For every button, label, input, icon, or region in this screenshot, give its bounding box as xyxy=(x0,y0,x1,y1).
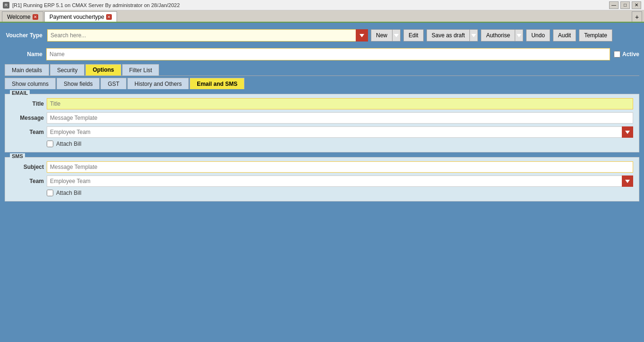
sms-attach-bill-label: Attach Bill xyxy=(56,190,81,196)
sms-subject-row: Subject xyxy=(11,161,633,173)
dropdown-arrow-icon xyxy=(360,34,364,37)
authorise-button[interactable]: Authorise xyxy=(481,29,515,42)
sub-tab-filter-list[interactable]: Filter List xyxy=(122,64,159,75)
save-draft-dropdown-arrow[interactable] xyxy=(469,29,478,42)
sms-team-input[interactable] xyxy=(47,175,633,187)
email-title-row: Title xyxy=(11,98,633,109)
tab-payment-vouchertype[interactable]: Payment vouchertype ✕ xyxy=(44,11,117,22)
email-message-input[interactable] xyxy=(47,112,633,124)
email-team-wrapper xyxy=(47,126,633,138)
second-tab-email-sms-label: Email and SMS xyxy=(197,81,237,87)
name-input[interactable] xyxy=(46,48,610,60)
sms-section: SMS Subject Team Attach Bill xyxy=(5,157,639,201)
toolbar: Voucher Type New Edit Save as draft Auth… xyxy=(5,27,639,43)
save-arrow-icon xyxy=(471,34,476,37)
main-area: Voucher Type New Edit Save as draft Auth… xyxy=(0,23,644,342)
tab-bar: Welcome ✕ Payment vouchertype ✕ + xyxy=(0,10,644,23)
authorise-arrow-icon xyxy=(517,34,521,37)
sms-attach-bill-checkbox[interactable] xyxy=(47,190,53,196)
second-tab-gst-label: GST xyxy=(108,81,119,87)
sms-team-wrapper xyxy=(47,175,633,187)
sms-team-dropdown[interactable] xyxy=(622,175,633,187)
voucher-type-dropdown-btn[interactable] xyxy=(356,29,368,42)
tab-welcome-label: Welcome xyxy=(7,14,31,20)
tab-payment-close[interactable]: ✕ xyxy=(106,14,112,20)
sub-tab-security-label: Security xyxy=(57,67,77,74)
email-team-row: Team xyxy=(11,126,633,138)
email-team-label: Team xyxy=(11,129,44,135)
tab-payment-label: Payment vouchertype xyxy=(50,14,104,20)
minimize-button[interactable]: — xyxy=(609,1,619,9)
second-tab-show-fields-label: Show fields xyxy=(64,81,92,87)
second-tab-history[interactable]: History and Others xyxy=(127,78,189,89)
email-section-legend: EMAIL xyxy=(10,90,30,96)
second-tab-gst[interactable]: GST xyxy=(100,78,126,89)
close-button[interactable]: ✕ xyxy=(632,1,641,9)
voucher-type-label: Voucher Type xyxy=(5,32,42,39)
sms-section-legend: SMS xyxy=(10,153,25,159)
voucher-type-search-wrapper xyxy=(47,29,368,42)
sub-tab-main-details[interactable]: Main details xyxy=(5,64,49,75)
second-tabs: Show columns Show fields GST History and… xyxy=(5,76,639,89)
active-checkbox[interactable] xyxy=(614,51,620,58)
sms-subject-label: Subject xyxy=(11,164,44,170)
save-as-draft-button[interactable]: Save as draft xyxy=(427,29,470,42)
sub-tab-security[interactable]: Security xyxy=(50,64,84,75)
save-draft-btn-group: Save as draft xyxy=(427,29,478,42)
second-tab-show-fields[interactable]: Show fields xyxy=(57,78,100,89)
second-tab-email-sms[interactable]: Email and SMS xyxy=(190,78,244,89)
name-label: Name xyxy=(5,51,42,58)
name-row: Name Active xyxy=(5,48,639,60)
authorise-dropdown-arrow[interactable] xyxy=(515,29,523,42)
sms-attach-bill-row: Attach Bill xyxy=(11,190,633,196)
authorise-btn-group: Authorise xyxy=(481,29,523,42)
second-tab-show-columns[interactable]: Show columns xyxy=(5,78,56,89)
sms-team-row: Team xyxy=(11,175,633,187)
email-team-input[interactable] xyxy=(47,126,633,138)
tab-add-button[interactable]: + xyxy=(632,11,642,22)
team-dropdown-icon xyxy=(625,131,630,134)
email-message-row: Message xyxy=(11,112,633,124)
audit-button[interactable]: Audit xyxy=(553,29,576,42)
undo-button[interactable]: Undo xyxy=(526,29,550,42)
voucher-type-search[interactable] xyxy=(47,29,368,42)
title-bar-text: [R1] Running ERP 5.1 on CMAX Server By a… xyxy=(12,2,180,8)
active-label: Active xyxy=(622,51,639,58)
new-button[interactable]: New xyxy=(371,29,392,42)
sub-tab-options-label: Options xyxy=(92,67,114,73)
window-controls: — □ ✕ xyxy=(609,1,641,9)
tab-welcome-close[interactable]: ✕ xyxy=(33,14,38,20)
second-tab-history-label: History and Others xyxy=(134,81,182,87)
active-checkbox-wrapper: Active xyxy=(614,51,639,58)
new-dropdown-arrow[interactable] xyxy=(392,29,401,42)
sub-tab-options[interactable]: Options xyxy=(85,64,121,75)
new-btn-group: New xyxy=(371,29,401,42)
sub-tab-filter-label: Filter List xyxy=(129,67,152,74)
app-icon: R xyxy=(3,2,9,8)
maximize-button[interactable]: □ xyxy=(620,1,630,9)
email-attach-bill-checkbox[interactable] xyxy=(47,141,53,147)
email-attach-bill-row: Attach Bill xyxy=(11,141,633,147)
edit-button[interactable]: Edit xyxy=(403,29,424,42)
sms-subject-input[interactable] xyxy=(47,161,633,173)
sms-team-label: Team xyxy=(11,178,44,184)
email-team-dropdown[interactable] xyxy=(622,126,633,138)
email-message-label: Message xyxy=(11,115,44,121)
title-bar: R [R1] Running ERP 5.1 on CMAX Server By… xyxy=(0,0,644,10)
new-arrow-icon xyxy=(394,34,399,37)
email-attach-bill-label: Attach Bill xyxy=(56,141,81,147)
sub-tabs: Main details Security Options Filter Lis… xyxy=(5,64,639,76)
email-title-input[interactable] xyxy=(47,98,633,109)
second-tab-show-columns-label: Show columns xyxy=(12,81,49,87)
tab-welcome[interactable]: Welcome ✕ xyxy=(2,11,43,22)
sms-team-dropdown-icon xyxy=(625,180,630,183)
email-title-label: Title xyxy=(11,100,44,107)
email-section: EMAIL Title Message Team Attach Bill xyxy=(5,94,639,152)
sub-tab-main-details-label: Main details xyxy=(12,67,42,74)
template-button[interactable]: Template xyxy=(579,29,612,42)
